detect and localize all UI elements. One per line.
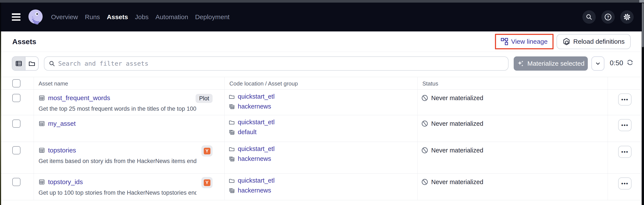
asset-description: Get the top 25 most frequent words in th… [38,106,196,112]
status-text: Never materialized [431,178,483,186]
refresh-icon[interactable] [625,58,635,68]
assets-table: Asset name Code location / Asset group S… [1,77,642,200]
never-materialized-icon [421,120,428,127]
page-header: Assets View lineage [1,32,642,52]
code-location-link[interactable]: quickstart_etl [238,119,274,126]
svg-text:?: ? [607,15,609,20]
row-actions-button[interactable]: ••• [618,119,632,131]
search-input[interactable] [58,60,504,67]
nav-item-deployment[interactable]: Deployment [195,13,230,21]
select-all-checkbox[interactable] [12,79,20,88]
asset-group-link[interactable]: hackernews [238,155,271,162]
row-checkbox[interactable] [12,178,20,186]
header-actions: View lineage Reload definitions [495,34,631,49]
scrollbar-top-corner [639,0,644,2]
reload-cube-icon [562,38,570,46]
nav-item-overview[interactable]: Overview [51,13,78,21]
search-box [44,56,508,71]
view-lineage-button[interactable]: View lineage [496,35,552,48]
lineage-graph-icon [501,38,508,45]
list-view-toggle[interactable] [12,57,25,70]
sparkle-icon [517,60,524,67]
status-text: Never materialized [431,120,483,127]
asset-description: Get up to 100 top stories from the Hacke… [38,190,196,196]
code-location-link[interactable]: quickstart_etl [238,145,274,152]
nav-item-assets[interactable]: Assets [107,13,128,21]
compute-kind-tag[interactable]: Plot [196,94,212,103]
table-row: most_frequent_words Plot Get the top 25 … [1,90,642,115]
asset-group-link[interactable]: default [238,128,256,136]
row-checkbox[interactable] [12,120,20,128]
hamburger-menu-icon[interactable] [12,13,20,21]
never-materialized-icon [421,178,428,186]
row-actions-button[interactable]: ••• [618,94,632,106]
nav-links: Overview Runs Assets Jobs Automation Dep… [51,13,230,21]
folder-view-icon [28,60,36,67]
nav-item-runs[interactable]: Runs [85,13,100,21]
settings-gear-icon[interactable] [620,10,634,24]
table-view-icon [15,60,22,67]
folder-icon [228,146,235,152]
nav-item-jobs[interactable]: Jobs [135,13,148,21]
dagster-logo-icon[interactable] [27,9,44,25]
asset-description: Get items based on story ids from the Ha… [38,158,196,164]
view-lineage-label: View lineage [511,38,548,45]
hackernews-kind-tag[interactable]: Y [202,145,212,156]
reload-definitions-button[interactable]: Reload definitions [556,34,631,49]
desktop-left-edge [0,32,1,205]
nav-icon-buttons: ? [582,10,634,24]
scrollbar-track[interactable] [642,2,644,205]
asset-link[interactable]: most_frequent_words [48,94,110,102]
asset-group-icon [228,187,235,194]
asset-table-icon [38,120,45,127]
search-input-icon [49,60,55,67]
row-actions-button[interactable]: ••• [618,178,632,190]
y-combinator-icon: Y [204,180,210,186]
column-label-asset-name: Asset name [34,77,224,87]
asset-link[interactable]: topstories [48,147,76,154]
view-mode-toggle [12,56,38,71]
asset-table-icon [38,179,45,185]
materialize-options-button[interactable] [592,56,604,71]
table-row: topstories Y Get items based on story id… [1,142,642,174]
never-materialized-icon [421,147,428,154]
folder-icon [228,178,235,184]
code-location-link[interactable]: quickstart_etl [238,93,274,100]
asset-group-icon [228,129,235,136]
refresh-countdown: 0:50 [610,59,623,67]
hackernews-kind-tag[interactable]: Y [202,177,212,188]
top-nav: Overview Runs Assets Jobs Automation Dep… [0,2,644,32]
header-code-location: Code location / Asset group [225,77,418,89]
window-top-strip [0,0,644,2]
folder-view-toggle[interactable] [25,57,38,70]
nav-item-automation[interactable]: Automation [156,13,188,21]
dagster-assets-page: Overview Runs Assets Jobs Automation Dep… [0,0,644,205]
scrollbar-thumb[interactable] [642,3,644,47]
asset-link[interactable]: my_asset [48,120,76,127]
help-icon[interactable]: ? [601,10,615,24]
asset-link[interactable]: topstory_ids [48,178,83,186]
chevron-down-icon [595,60,601,66]
header-checkbox-cell [1,77,34,89]
asset-group-link[interactable]: hackernews [238,103,271,110]
window-left-edge [0,2,1,32]
row-actions-button[interactable]: ••• [618,146,632,158]
search-icon[interactable] [582,10,596,24]
status-text: Never materialized [431,147,483,154]
asset-group-icon [228,103,235,110]
row-checkbox[interactable] [12,146,20,154]
materialize-selected-button[interactable]: Materialize selected [514,56,588,71]
assets-toolbar: Materialize selected 0:50 [1,52,642,77]
asset-group-link[interactable]: hackernews [238,187,271,194]
header-asset-name: Asset name [34,77,225,89]
code-location-link[interactable]: quickstart_etl [238,177,274,184]
row-checkbox[interactable] [12,94,20,102]
folder-icon [228,119,235,126]
materialize-selected-label: Materialize selected [527,60,584,67]
table-row: my_asset quickstart_etl [1,115,642,142]
header-actions [608,77,642,89]
asset-table-icon [38,147,45,154]
asset-table-icon [38,95,45,101]
page-title: Assets [12,38,36,46]
never-materialized-icon [421,94,428,102]
